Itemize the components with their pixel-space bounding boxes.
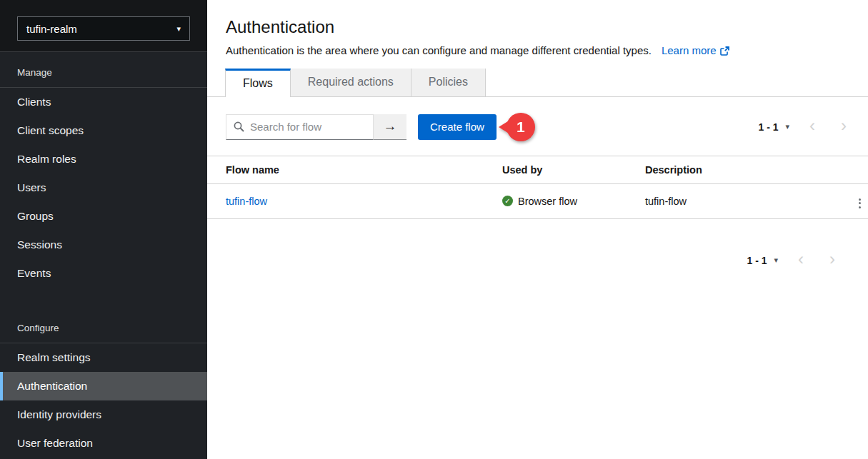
nav-group-title-manage: Manage bbox=[0, 52, 207, 88]
keycloak-admin-console: tufin-realm ▾ Manage Clients Client scop… bbox=[0, 0, 868, 459]
sidebar-item-users[interactable]: Users bbox=[0, 173, 207, 202]
kebab-menu-button[interactable] bbox=[854, 196, 865, 211]
table-header-description: Description bbox=[634, 156, 834, 183]
tab-bar-spacer bbox=[207, 69, 225, 97]
table-header-used-by: Used by bbox=[491, 156, 634, 183]
chevron-right-icon: › bbox=[841, 117, 847, 134]
used-by-cell: ✓ Browser flow bbox=[502, 196, 622, 207]
search-icon bbox=[234, 121, 244, 132]
table-header-row: Flow name Used by Description bbox=[207, 156, 868, 183]
tab-policies[interactable]: Policies bbox=[411, 69, 486, 97]
tab-flows-label: Flows bbox=[243, 77, 273, 90]
sidebar-item-user-federation[interactable]: User federation bbox=[0, 429, 207, 458]
page-subtitle: Authentication is the area where you can… bbox=[226, 44, 851, 58]
nav-group-title-configure: Configure bbox=[0, 308, 207, 343]
nav-group-configure: Configure Realm settings Authentication … bbox=[0, 308, 207, 458]
pagination-top: 1 - 1 ▾ ‹ › bbox=[751, 114, 859, 140]
table-header-flow-name: Flow name bbox=[207, 156, 491, 183]
chevron-right-icon: › bbox=[829, 251, 835, 268]
tab-bar-rest bbox=[486, 69, 868, 97]
pagination-range-label: 1 - 1 bbox=[758, 121, 778, 133]
page-title: Authentication bbox=[226, 17, 851, 38]
sidebar-item-client-scopes[interactable]: Client scopes bbox=[0, 116, 207, 145]
chevron-left-icon: ‹ bbox=[809, 117, 815, 134]
flow-name-link[interactable]: tufin-flow bbox=[226, 196, 267, 207]
caret-down-icon: ▾ bbox=[176, 25, 181, 33]
sidebar-item-sessions[interactable]: Sessions bbox=[0, 231, 207, 259]
realm-selector-label: tufin-realm bbox=[26, 23, 77, 35]
next-page-button[interactable]: › bbox=[828, 114, 859, 140]
tab-bar: Flows Required actions Policies bbox=[207, 69, 868, 97]
tab-policies-label: Policies bbox=[429, 76, 468, 89]
toolbar: → Create flow 1 1 - 1 ▾ ‹ › bbox=[207, 97, 868, 156]
learn-more-link[interactable]: Learn more bbox=[662, 44, 729, 56]
sidebar-item-realm-roles[interactable]: Realm roles bbox=[0, 145, 207, 173]
page-subtitle-text: Authentication is the area where you can… bbox=[226, 44, 652, 56]
sidebar-item-authentication[interactable]: Authentication bbox=[0, 372, 207, 400]
caret-down-icon: ▾ bbox=[774, 256, 778, 264]
caret-down-icon: ▾ bbox=[785, 123, 789, 131]
search-group: → bbox=[226, 114, 406, 140]
tab-required-actions-label: Required actions bbox=[308, 76, 394, 89]
next-page-button-bottom[interactable]: › bbox=[817, 248, 848, 273]
prev-page-button[interactable]: ‹ bbox=[797, 114, 828, 140]
sidebar-item-groups[interactable]: Groups bbox=[0, 202, 207, 231]
sidebar-nav: Manage Clients Client scopes Realm roles… bbox=[0, 52, 207, 459]
pagination-range-toggle[interactable]: 1 - 1 ▾ bbox=[751, 116, 797, 138]
used-by-label: Browser flow bbox=[518, 196, 577, 207]
search-input[interactable] bbox=[244, 121, 373, 133]
annotation-number: 1 bbox=[507, 113, 535, 141]
check-circle-icon: ✓ bbox=[502, 196, 513, 206]
pagination-range-label-bottom: 1 - 1 bbox=[747, 255, 767, 266]
page-header: Authentication Authentication is the are… bbox=[207, 0, 868, 58]
search-submit-button[interactable]: → bbox=[374, 114, 406, 140]
pagination-bottom-controls: 1 - 1 ▾ ‹ › bbox=[739, 248, 848, 273]
learn-more-label: Learn more bbox=[662, 44, 717, 56]
main-content: Authentication Authentication is the are… bbox=[207, 0, 868, 459]
realm-selector-section: tufin-realm ▾ bbox=[0, 0, 207, 52]
pagination-range-toggle-bottom[interactable]: 1 - 1 ▾ bbox=[739, 249, 785, 272]
sidebar-item-events[interactable]: Events bbox=[0, 259, 207, 288]
sidebar-item-realm-settings[interactable]: Realm settings bbox=[0, 343, 207, 372]
prev-page-button-bottom[interactable]: ‹ bbox=[785, 248, 817, 273]
search-input-wrap bbox=[226, 114, 374, 140]
table-row: tufin-flow ✓ Browser flow tufin-flow bbox=[207, 183, 868, 218]
tab-flows[interactable]: Flows bbox=[225, 69, 291, 97]
realm-selector[interactable]: tufin-realm ▾ bbox=[17, 16, 190, 41]
table-header-actions bbox=[834, 156, 868, 183]
chevron-left-icon: ‹ bbox=[798, 251, 804, 268]
external-link-icon bbox=[720, 46, 729, 58]
flows-table: Flow name Used by Description tufin-flow… bbox=[207, 156, 868, 219]
description-cell: tufin-flow bbox=[634, 183, 834, 218]
sidebar-item-identity-providers[interactable]: Identity providers bbox=[0, 400, 207, 429]
nav-group-manage: Manage Clients Client scopes Realm roles… bbox=[0, 52, 207, 288]
create-flow-button[interactable]: Create flow bbox=[418, 114, 497, 140]
pagination-bottom: 1 - 1 ▾ ‹ › bbox=[207, 219, 868, 273]
sidebar-item-clients[interactable]: Clients bbox=[0, 88, 207, 116]
sidebar: tufin-realm ▾ Manage Clients Client scop… bbox=[0, 0, 207, 459]
annotation-badge: 1 bbox=[499, 113, 535, 141]
arrow-right-icon: → bbox=[384, 118, 397, 134]
tab-required-actions[interactable]: Required actions bbox=[291, 69, 411, 97]
